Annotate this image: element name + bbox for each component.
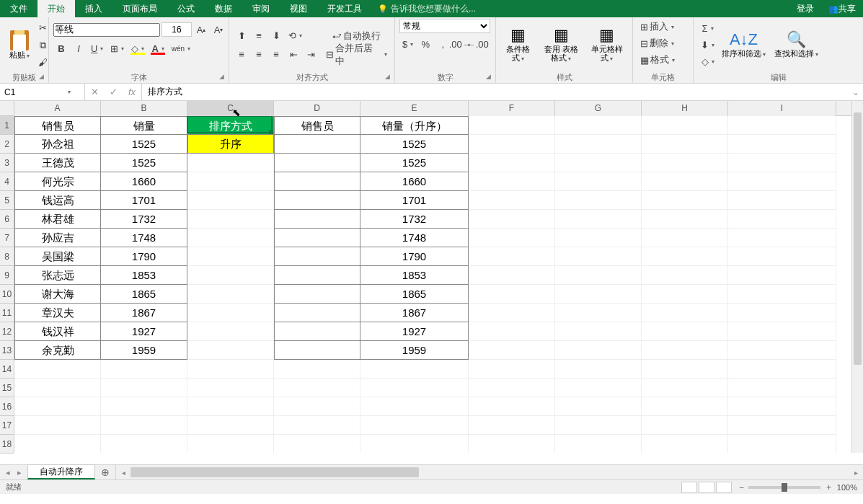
- horizontal-scroll-thumb[interactable]: [130, 467, 419, 477]
- add-sheet-button[interactable]: ⊕: [95, 465, 115, 479]
- cell-H5[interactable]: [642, 191, 728, 210]
- cell-B14[interactable]: [101, 360, 187, 379]
- cell-I6[interactable]: [728, 210, 836, 229]
- cell-H11[interactable]: [642, 304, 728, 322]
- cell-B10[interactable]: 1865: [101, 285, 187, 304]
- cell-C6[interactable]: [187, 210, 274, 229]
- cell-E4[interactable]: 1660: [360, 172, 469, 191]
- cell-I9[interactable]: [728, 266, 836, 285]
- cell-C10[interactable]: [187, 285, 274, 304]
- decrease-font-button[interactable]: A▾: [211, 22, 226, 37]
- cell-E8[interactable]: 1790: [360, 247, 469, 266]
- cell-A18[interactable]: [14, 435, 101, 453]
- row-header-11[interactable]: 11: [0, 304, 14, 322]
- cell-I5[interactable]: [728, 191, 836, 210]
- row-header-3[interactable]: 3: [0, 154, 14, 172]
- cell-B16[interactable]: [101, 397, 187, 416]
- row-header-2[interactable]: 2: [0, 135, 14, 154]
- cut-button[interactable]: ✂: [35, 20, 50, 36]
- cell-E16[interactable]: [360, 397, 469, 416]
- cell-C2[interactable]: 升序: [187, 135, 274, 154]
- cell-D17[interactable]: [274, 416, 360, 435]
- format-cells-button[interactable]: ▦ 格式 ▾: [637, 52, 678, 68]
- col-header-F[interactable]: F: [469, 101, 555, 116]
- zoom-slider[interactable]: [748, 486, 820, 489]
- cell-B11[interactable]: 1867: [101, 304, 187, 322]
- cell-D7[interactable]: [274, 229, 360, 247]
- cell-D9[interactable]: [274, 266, 360, 285]
- cell-A5[interactable]: 钱运高: [14, 191, 101, 210]
- cell-E6[interactable]: 1732: [360, 210, 469, 229]
- select-all-corner[interactable]: [0, 101, 14, 116]
- align-center-button[interactable]: ≡: [251, 47, 267, 63]
- col-header-D[interactable]: D: [274, 101, 360, 116]
- cell-I16[interactable]: [728, 397, 836, 416]
- cell-I13[interactable]: [728, 341, 836, 360]
- row-header-15[interactable]: 15: [0, 379, 14, 397]
- name-box-dropdown[interactable]: ▾: [68, 89, 74, 95]
- cell-A6[interactable]: 林君雄: [14, 210, 101, 229]
- delete-cells-button[interactable]: ⊟ 删除 ▾: [637, 35, 677, 51]
- cancel-edit-button[interactable]: ✕: [85, 84, 104, 100]
- zoom-out-button[interactable]: −: [739, 483, 743, 492]
- cell-C13[interactable]: [187, 341, 274, 360]
- cell-H6[interactable]: [642, 210, 728, 229]
- zoom-level[interactable]: 100%: [837, 483, 857, 492]
- cell-E5[interactable]: 1701: [360, 191, 469, 210]
- cell-A9[interactable]: 张志远: [14, 266, 101, 285]
- cell-D16[interactable]: [274, 397, 360, 416]
- cell-B8[interactable]: 1790: [101, 247, 187, 266]
- cell-F14[interactable]: [469, 360, 555, 379]
- cell-E15[interactable]: [360, 379, 469, 397]
- orientation-button[interactable]: ⟲▾: [286, 28, 305, 44]
- cell-A15[interactable]: [14, 379, 101, 397]
- tab-insert[interactable]: 插入: [75, 0, 112, 17]
- cell-G12[interactable]: [555, 322, 642, 341]
- increase-indent-button[interactable]: ⇥: [303, 47, 319, 63]
- cell-C18[interactable]: [187, 435, 274, 453]
- cell-A4[interactable]: 何光宗: [14, 172, 101, 191]
- percent-button[interactable]: %: [417, 36, 433, 52]
- cell-I17[interactable]: [728, 416, 836, 435]
- align-left-button[interactable]: ≡: [234, 47, 249, 63]
- cell-G11[interactable]: [555, 304, 642, 322]
- font-color-button[interactable]: A▾: [149, 40, 167, 56]
- cell-G14[interactable]: [555, 360, 642, 379]
- cell-F17[interactable]: [469, 416, 555, 435]
- cell-D15[interactable]: [274, 379, 360, 397]
- cell-E7[interactable]: 1748: [360, 229, 469, 247]
- cell-F4[interactable]: [469, 172, 555, 191]
- cell-C7[interactable]: [187, 229, 274, 247]
- cell-I11[interactable]: [728, 304, 836, 322]
- cell-E14[interactable]: [360, 360, 469, 379]
- cell-G18[interactable]: [555, 435, 642, 453]
- cell-G7[interactable]: [555, 229, 642, 247]
- fill-color-button[interactable]: ◇▾: [128, 40, 147, 56]
- cell-E10[interactable]: 1865: [360, 285, 469, 304]
- find-select-button[interactable]: 🔍查找和选择▾: [770, 30, 823, 60]
- zoom-in-button[interactable]: ＋: [825, 482, 833, 492]
- align-dialog-launcher[interactable]: ◢: [385, 71, 390, 82]
- cell-G10[interactable]: [555, 285, 642, 304]
- cell-E9[interactable]: 1853: [360, 266, 469, 285]
- format-painter-button[interactable]: 🖌: [35, 55, 50, 71]
- cell-I10[interactable]: [728, 285, 836, 304]
- cell-B5[interactable]: 1701: [101, 191, 187, 210]
- font-name-select[interactable]: [53, 23, 160, 37]
- sort-filter-button[interactable]: A↓Z排序和筛选▾: [717, 30, 770, 60]
- cell-G16[interactable]: [555, 397, 642, 416]
- cell-F10[interactable]: [469, 285, 555, 304]
- cell-D1[interactable]: 销售员: [274, 116, 360, 135]
- cell-F2[interactable]: [469, 135, 555, 154]
- cell-F5[interactable]: [469, 191, 555, 210]
- cell-A16[interactable]: [14, 397, 101, 416]
- cell-F8[interactable]: [469, 247, 555, 266]
- formula-bar-expand[interactable]: ⌄: [849, 84, 863, 100]
- cell-D3[interactable]: [274, 154, 360, 172]
- cell-A11[interactable]: 章汉夫: [14, 304, 101, 322]
- share-button[interactable]: 共享: [821, 3, 863, 15]
- sheet-nav-next[interactable]: ▸: [17, 468, 22, 477]
- cell-C17[interactable]: [187, 416, 274, 435]
- col-header-I[interactable]: I: [728, 101, 836, 116]
- cell-H4[interactable]: [642, 172, 728, 191]
